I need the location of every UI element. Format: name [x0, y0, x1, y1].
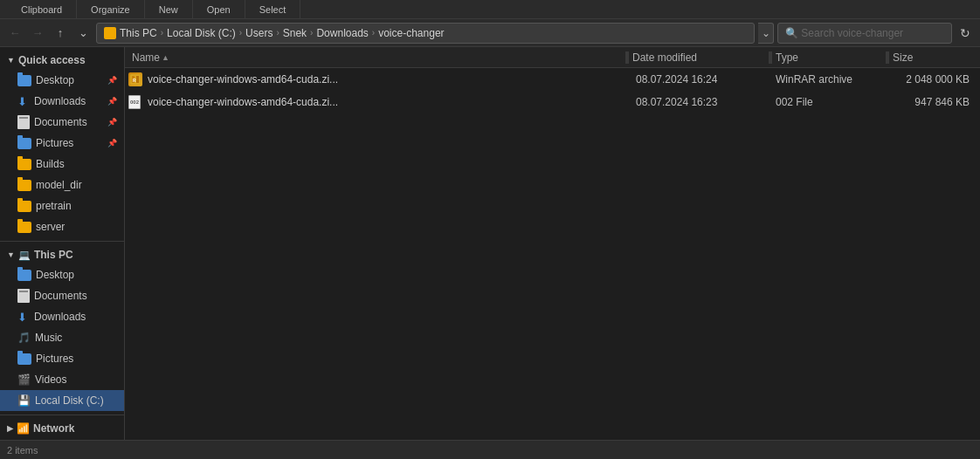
back-button[interactable]: ←: [5, 24, 24, 43]
file-date: 08.07.2024 16:24: [636, 73, 776, 86]
folder-blue-icon: [17, 270, 31, 281]
table-row[interactable]: R voice-changer-windows-amd64-cuda.zi...…: [125, 68, 980, 91]
sidebar-item-documents[interactable]: Documents 📌: [0, 112, 124, 133]
pc-icon: [104, 27, 116, 39]
sidebar-item-builds[interactable]: Builds: [0, 154, 124, 175]
toolbar-new[interactable]: New: [145, 0, 193, 18]
status-text: 2 items: [7, 445, 38, 456]
recent-button[interactable]: ⌄: [73, 24, 93, 43]
folder-yellow-icon: [17, 201, 31, 212]
toolbar: Clipboard Organize New Open Select: [0, 0, 980, 19]
svg-rect-2: [136, 76, 139, 83]
file-size: 2 048 000 KB: [889, 73, 977, 86]
breadcrumb[interactable]: This PC › Local Disk (C:) › Users › Snek…: [96, 23, 755, 44]
forward-button[interactable]: →: [28, 24, 47, 43]
documents-icon: [17, 115, 30, 129]
sidebar-item-pretrain[interactable]: pretrain: [0, 195, 124, 216]
file-name: voice-changer-windows-amd64-cuda.zi...: [148, 73, 636, 86]
winrar-file-icon: R: [128, 72, 144, 86]
file-size: 947 846 KB: [889, 96, 977, 108]
toolbar-organize[interactable]: Organize: [77, 0, 145, 18]
sidebar-section-quick-access[interactable]: ▼ Quick access: [0, 51, 124, 70]
toolbar-select[interactable]: Select: [245, 0, 301, 18]
sidebar-item-downloads[interactable]: ⬇ Downloads 📌: [0, 91, 124, 112]
down-arrow-icon: ⬇: [17, 311, 30, 323]
sidebar-divider: [0, 241, 124, 242]
pin-icon: 📌: [107, 97, 117, 106]
sidebar-item-desktop[interactable]: Desktop 📌: [0, 70, 124, 91]
main-area: ▼ Quick access Desktop 📌 ⬇ Downloads 📌 D…: [0, 47, 980, 440]
col-header-date[interactable]: Date modified: [629, 47, 769, 67]
sidebar-section-this-pc[interactable]: ▼ 💻 This PC: [0, 245, 124, 264]
col-header-type[interactable]: Type: [772, 47, 886, 67]
expand-icon: ▼: [7, 250, 15, 259]
breadcrumb-localdisk[interactable]: Local Disk (C:): [167, 27, 236, 39]
sidebar-item-model-dir[interactable]: model_dir: [0, 175, 124, 195]
svg-text:R: R: [133, 78, 136, 83]
videos-icon: 🎬: [17, 373, 31, 386]
search-bar[interactable]: 🔍 Search voice-changer: [777, 23, 952, 44]
refresh-button[interactable]: ↻: [956, 24, 975, 43]
sort-arrow-icon: ▲: [162, 53, 169, 62]
toolbar-open[interactable]: Open: [193, 0, 245, 18]
file-date: 08.07.2024 16:23: [636, 96, 776, 108]
file002-icon: 002: [128, 95, 144, 109]
file-area: Name ▲ Date modified Type Size: [125, 47, 980, 440]
pin-icon: 📌: [107, 118, 117, 127]
status-bar: 2 items: [0, 440, 980, 459]
folder-blue-icon: [17, 353, 31, 365]
folder-yellow-icon: [17, 180, 31, 191]
sidebar-item-server[interactable]: server: [0, 216, 124, 237]
sidebar-item-this-pc-pictures[interactable]: Pictures: [0, 348, 124, 369]
down-arrow-icon: ⬇: [17, 95, 30, 107]
breadcrumb-users[interactable]: Users: [245, 27, 273, 39]
expand-icon: ▶: [7, 424, 13, 433]
sidebar-item-pictures[interactable]: Pictures 📌: [0, 133, 124, 154]
table-row[interactable]: 002 voice-changer-windows-amd64-cuda.zi.…: [125, 91, 980, 113]
expand-icon: ▼: [7, 56, 15, 65]
sidebar-item-this-pc-downloads[interactable]: ⬇ Downloads: [0, 306, 124, 327]
sidebar-divider-2: [0, 414, 124, 415]
address-bar: ← → ↑ ⌄ This PC › Local Disk (C:) › User…: [0, 19, 980, 47]
search-icon: 🔍: [785, 27, 798, 39]
file-name: voice-changer-windows-amd64-cuda.zi...: [148, 96, 636, 108]
sidebar-item-this-pc-documents[interactable]: Documents: [0, 285, 124, 306]
folder-blue-icon: [17, 138, 31, 149]
file-type: WinRAR archive: [776, 73, 889, 86]
col-header-name[interactable]: Name ▲: [128, 47, 625, 67]
hdd-icon: 💾: [17, 394, 31, 407]
sidebar: ▼ Quick access Desktop 📌 ⬇ Downloads 📌 D…: [0, 47, 125, 440]
col-header-size[interactable]: Size: [889, 47, 977, 67]
folder-blue-icon: [17, 75, 31, 86]
music-icon: 🎵: [17, 332, 31, 344]
pin-icon: 📌: [107, 76, 117, 85]
network-icon: 📶: [17, 422, 30, 435]
sidebar-item-this-pc-videos[interactable]: 🎬 Videos: [0, 369, 124, 390]
sidebar-item-this-pc-music[interactable]: 🎵 Music: [0, 327, 124, 348]
pc-icon: 💻: [18, 250, 31, 261]
breadcrumb-voice-changer[interactable]: voice-changer: [378, 27, 444, 39]
sidebar-item-this-pc-desktop[interactable]: Desktop: [0, 264, 124, 285]
breadcrumb-downloads[interactable]: Downloads: [316, 27, 368, 39]
sidebar-item-local-disk[interactable]: 💾 Local Disk (C:): [0, 390, 124, 411]
breadcrumb-dropdown[interactable]: ⌄: [758, 23, 774, 44]
up-button[interactable]: ↑: [51, 24, 70, 43]
breadcrumb-snek[interactable]: Snek: [283, 27, 307, 39]
file-type: 002 File: [776, 96, 889, 108]
toolbar-clipboard[interactable]: Clipboard: [7, 0, 77, 18]
folder-yellow-icon: [17, 222, 31, 233]
sidebar-section-network[interactable]: ▶ 📶 Network: [0, 419, 124, 438]
pin-icon: 📌: [107, 139, 117, 147]
breadcrumb-thispc[interactable]: This PC: [120, 27, 157, 39]
documents-icon: [17, 289, 30, 303]
column-headers: Name ▲ Date modified Type Size: [125, 47, 980, 68]
folder-yellow-icon: [17, 159, 31, 170]
